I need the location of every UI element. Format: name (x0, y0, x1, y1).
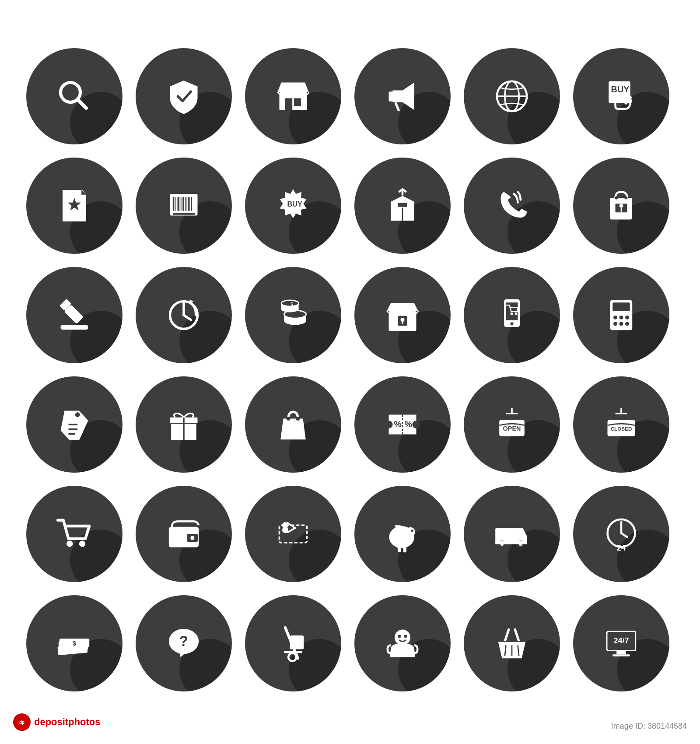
wallet-icon (136, 486, 232, 582)
svg-text:CLOSED: CLOSED (611, 426, 632, 432)
calculator-icon (573, 267, 669, 363)
svg-point-31 (615, 196, 618, 199)
globe-icon (464, 48, 560, 144)
svg-rect-111 (495, 528, 517, 543)
svg-text:%: % (405, 419, 413, 429)
svg-text:OPEN: OPEN (503, 425, 521, 432)
svg-point-134 (404, 635, 407, 638)
svg-point-34 (620, 204, 623, 208)
svg-point-68 (625, 322, 629, 326)
svg-rect-106 (403, 547, 406, 553)
coupon-scissors-icon (245, 486, 341, 582)
svg-point-131 (288, 653, 296, 661)
svg-text:BUY: BUY (287, 200, 302, 208)
shopping-basket-icon (464, 595, 560, 691)
svg-point-67 (620, 322, 623, 326)
svg-rect-110 (400, 527, 405, 529)
svg-rect-4 (294, 98, 301, 106)
svg-point-63 (613, 316, 617, 319)
clock-refresh-icon (136, 267, 232, 363)
svg-point-96 (190, 536, 194, 540)
open-sign-icon: OPEN (464, 376, 560, 473)
svg-point-32 (624, 196, 627, 199)
svg-rect-21 (188, 197, 190, 211)
svg-point-54 (401, 318, 405, 322)
svg-point-77 (287, 417, 290, 421)
svg-rect-23 (173, 213, 195, 215)
svg-text:$: $ (406, 532, 410, 540)
svg-rect-107 (395, 525, 401, 527)
depositphotos-logo: dp (13, 713, 31, 731)
coins-dollar-icon: $ (245, 267, 341, 363)
svg-rect-20 (186, 197, 187, 211)
svg-rect-16 (175, 197, 176, 211)
svg-line-7 (396, 103, 399, 110)
customer-support-icon (354, 595, 451, 691)
svg-rect-17 (178, 197, 180, 211)
svg-point-132 (395, 630, 410, 646)
svg-line-101 (287, 528, 295, 533)
watermark: dp depositphotos (13, 713, 101, 731)
watermark-text: depositphotos (34, 716, 101, 728)
svg-rect-15 (173, 197, 175, 211)
svg-text:?: ? (179, 633, 188, 649)
svg-text:$: $ (290, 302, 293, 307)
svg-rect-116 (495, 541, 527, 544)
svg-line-119 (621, 533, 627, 537)
svg-point-133 (398, 635, 401, 638)
svg-rect-62 (612, 302, 630, 311)
svg-point-78 (296, 417, 300, 421)
image-id-text: Image ID: 380144584 (611, 722, 687, 731)
svg-rect-129 (290, 635, 304, 649)
svg-rect-6 (389, 91, 395, 102)
svg-point-69 (75, 412, 80, 417)
mobile-cart-icon (464, 267, 560, 363)
discount-coupon-icon: % % (354, 376, 451, 473)
hand-truck-icon (245, 595, 341, 691)
store-icon (245, 48, 341, 144)
megaphone-icon (354, 48, 451, 144)
star-document-icon (26, 158, 122, 254)
svg-rect-19 (182, 197, 184, 211)
icon-grid: BUY BUY (0, 22, 700, 722)
svg-point-65 (625, 316, 629, 319)
svg-point-60 (514, 312, 517, 315)
shield-check-icon (136, 48, 232, 144)
magnifier-icon (26, 48, 122, 144)
svg-text:24: 24 (617, 544, 626, 552)
svg-text:24/7: 24/7 (613, 636, 629, 645)
svg-point-58 (510, 322, 513, 325)
svg-point-66 (613, 322, 617, 326)
shopping-cart-icon (26, 486, 122, 582)
delivery-truck-icon (464, 486, 560, 582)
question-bubble-icon: ? (136, 595, 232, 691)
svg-text:%: % (394, 419, 402, 429)
price-tag-icon (26, 376, 122, 473)
gift-box-icon (136, 376, 232, 473)
buy-badge-icon: BUY (245, 158, 341, 254)
phone-support-icon (464, 158, 560, 254)
monitor-247-icon: 24/7 (573, 595, 669, 691)
secure-shop-icon (354, 267, 451, 363)
svg-point-104 (392, 531, 399, 536)
buy-click-icon: BUY (573, 48, 669, 144)
svg-text:BUY: BUY (611, 84, 630, 94)
svg-line-1 (77, 99, 86, 108)
shopping-bag-icon (245, 376, 341, 473)
money-bills-icon: $ (26, 595, 122, 691)
svg-point-80 (413, 421, 420, 428)
barcode-icon (136, 158, 232, 254)
svg-text:dp: dp (19, 720, 24, 725)
svg-rect-141 (616, 651, 626, 654)
svg-point-108 (411, 530, 413, 532)
shopping-bag-tag-icon (573, 158, 669, 254)
svg-rect-36 (61, 325, 88, 330)
svg-line-41 (184, 315, 191, 320)
svg-rect-22 (191, 197, 192, 211)
svg-rect-28 (398, 203, 407, 207)
svg-rect-142 (612, 654, 630, 656)
svg-point-92 (66, 540, 73, 547)
svg-point-93 (79, 540, 85, 547)
auction-gavel-icon (26, 267, 122, 363)
svg-point-59 (511, 312, 513, 315)
